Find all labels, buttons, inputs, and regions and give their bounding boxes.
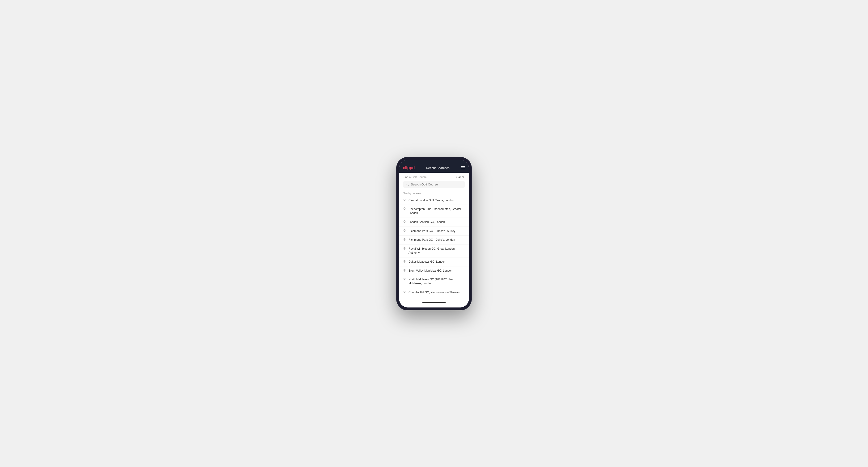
location-pin-icon: [403, 278, 406, 281]
location-pin-icon: [403, 269, 406, 272]
nav-title: Recent Searches: [426, 166, 450, 170]
location-pin-icon: [403, 208, 406, 211]
list-item[interactable]: Coombe Hill GC, Kingston upon Thames: [399, 288, 469, 297]
menu-icon[interactable]: [461, 166, 465, 169]
location-pin-icon: [403, 291, 406, 294]
phone-screen: clippd Recent Searches Find a Golf Cours…: [399, 160, 469, 308]
list-item[interactable]: London Scottish GC, London: [399, 218, 469, 227]
course-list: Central London Golf Centre, LondonRoeham…: [399, 196, 469, 297]
location-pin-icon: [403, 229, 406, 233]
course-name: Roehampton Club - Roehampton, Greater Lo…: [408, 207, 465, 215]
nav-bar: clippd Recent Searches: [399, 163, 469, 173]
search-icon: [406, 183, 409, 186]
course-name: Central London Golf Centre, London: [408, 198, 465, 203]
list-item[interactable]: Dukes Meadows GC, London: [399, 257, 469, 267]
list-item[interactable]: Royal Wimbledon GC, Great London Authori…: [399, 245, 469, 257]
nearby-section: Nearby courses Central London Golf Centr…: [399, 190, 469, 301]
location-pin-icon: [403, 220, 406, 224]
nearby-label: Nearby courses: [399, 190, 469, 196]
home-indicator: [422, 302, 446, 303]
course-name: London Scottish GC, London: [408, 220, 465, 224]
status-bar: [399, 160, 469, 163]
location-pin-icon: [403, 238, 406, 241]
phone-screen-bottom: [399, 301, 469, 308]
list-item[interactable]: North Middlesex GC (1011942 - North Midd…: [399, 275, 469, 288]
course-name: Richmond Park GC - Duke's, London: [408, 238, 465, 242]
course-name: Dukes Meadows GC, London: [408, 260, 465, 264]
course-name: Richmond Park GC - Prince's, Surrey: [408, 229, 465, 233]
list-item[interactable]: Richmond Park GC - Prince's, Surrey: [399, 227, 469, 236]
course-name: Royal Wimbledon GC, Great London Authori…: [408, 247, 465, 255]
list-item[interactable]: Central London Golf Centre, London: [399, 196, 469, 205]
cancel-button[interactable]: Cancel: [457, 176, 465, 179]
course-name: North Middlesex GC (1011942 - North Midd…: [408, 278, 465, 285]
content-area: Find a Golf Course Cancel Nearby courses: [399, 173, 469, 301]
search-bar[interactable]: [403, 181, 465, 188]
find-header: Find a Golf Course Cancel: [399, 173, 469, 181]
location-pin-icon: [403, 199, 406, 202]
location-pin-icon: [403, 247, 406, 250]
find-title: Find a Golf Course: [403, 176, 427, 179]
list-item[interactable]: Richmond Park GC - Duke's, London: [399, 236, 469, 245]
course-name: Brent Valley Municipal GC, London: [408, 269, 465, 273]
svg-line-1: [408, 185, 408, 185]
app-logo: clippd: [403, 165, 415, 170]
location-pin-icon: [403, 260, 406, 263]
list-item[interactable]: Brent Valley Municipal GC, London: [399, 267, 469, 275]
search-bar-wrapper: [399, 181, 469, 190]
phone-frame: clippd Recent Searches Find a Golf Cours…: [396, 157, 472, 310]
search-input[interactable]: [411, 183, 462, 186]
list-item[interactable]: Roehampton Club - Roehampton, Greater Lo…: [399, 205, 469, 218]
course-name: Coombe Hill GC, Kingston upon Thames: [408, 290, 465, 294]
